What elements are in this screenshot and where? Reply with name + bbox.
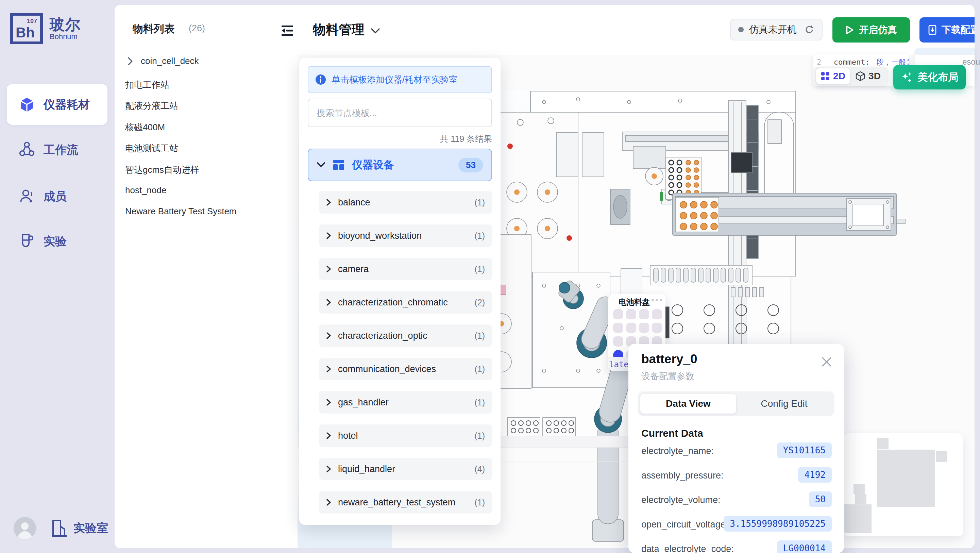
chevron-down-icon <box>317 162 325 168</box>
sidebar-item-workflow[interactable]: 工作流 <box>7 137 107 163</box>
download-file-icon <box>928 25 937 35</box>
list-item[interactable]: Neware Battery Test System <box>125 206 237 217</box>
page-header: 物料管理 仿真未开机 开启仿真 <box>298 5 975 55</box>
start-simulation-button[interactable]: 开启仿真 <box>832 18 910 43</box>
list-item[interactable]: 智达gcms自动进样 <box>125 164 199 176</box>
beautify-layout-button[interactable]: 美化布局 <box>893 65 966 89</box>
category-row[interactable]: camera (1) <box>319 258 492 280</box>
list-item[interactable]: 电池测试工站 <box>125 142 178 155</box>
toggle-3d[interactable]: 3D <box>851 69 885 84</box>
toggle-2d-label: 2D <box>833 71 845 81</box>
chevron-right-icon <box>326 232 331 239</box>
resources-text-fragment: esou <box>963 57 980 67</box>
more-options-icon[interactable] <box>652 299 662 301</box>
cube-3d-icon <box>856 71 865 81</box>
field-label: data_electrolyte_code: <box>641 544 734 553</box>
bohrium-logo-icon: 107 Bh <box>10 13 43 44</box>
tray-slot[interactable] <box>639 309 649 319</box>
popup-tabs: Data View Config Edit <box>638 392 834 416</box>
category-row[interactable]: bioyond_workstation (1) <box>319 225 492 247</box>
category-row[interactable]: characterization_chromatic (2) <box>319 291 492 314</box>
field-label: electrolyte_volume: <box>641 495 721 505</box>
tray-slot[interactable] <box>613 309 623 319</box>
start-simulation-label: 开启仿真 <box>859 24 897 37</box>
sidebar-item-members[interactable]: 成员 <box>7 184 107 209</box>
tray-slot[interactable] <box>613 336 623 347</box>
tray-slot[interactable] <box>613 323 623 333</box>
list-item[interactable]: 配液分液工站 <box>125 100 178 112</box>
download-config-button[interactable]: 下载配置 <box>920 18 975 43</box>
tab-config-edit[interactable]: Config Edit <box>736 394 832 414</box>
search-input[interactable] <box>309 99 492 126</box>
tray-slot[interactable] <box>626 309 636 319</box>
chevron-right-icon <box>326 299 331 306</box>
info-icon <box>315 74 326 85</box>
collapse-panel-icon[interactable] <box>280 24 294 37</box>
status-text: 仿真未开机 <box>749 23 797 36</box>
node-template-panel: 单击模板添加仪器/耗材至实验室 共 119 条结果 仪器设备 53 bal <box>299 58 501 525</box>
sidebar-item-label: 实验 <box>43 234 67 249</box>
brand-name-en: Bohrium <box>49 33 81 41</box>
materials-count: (26) <box>189 23 205 33</box>
chevron-down-icon[interactable] <box>371 28 380 34</box>
toggle-3d-label: 3D <box>869 71 881 81</box>
refresh-icon[interactable] <box>804 24 815 35</box>
list-item[interactable]: 核磁400M <box>125 121 165 133</box>
field-value: LG000014 <box>777 540 832 553</box>
close-icon[interactable] <box>821 356 832 368</box>
info-banner: 单击模板添加仪器/耗材至实验室 <box>308 66 492 93</box>
chevron-right-icon <box>326 365 331 373</box>
chevron-right-icon <box>326 199 331 206</box>
category-row[interactable]: characterization_optic (1) <box>319 324 492 347</box>
minimap[interactable] <box>844 433 963 536</box>
sidebar-item-instruments[interactable]: 仪器耗材 <box>7 84 107 125</box>
popup-subtitle: 设备配置参数 <box>641 370 694 382</box>
list-item[interactable]: 扣电工作站 <box>125 79 169 91</box>
group-label: 仪器设备 <box>352 158 451 172</box>
list-item[interactable]: coin_cell_deck <box>127 56 199 66</box>
field-value: 3.1559998989105225 <box>724 516 832 532</box>
category-row[interactable]: hotel (1) <box>319 424 492 447</box>
toggle-2d[interactable]: 2D <box>816 69 850 84</box>
app-root: 107 Bh 玻尔 Bohrium 仪器耗材 <box>0 0 980 553</box>
comment-key: _comment: <box>829 58 870 66</box>
cube-icon <box>19 97 35 113</box>
members-icon <box>19 188 35 204</box>
field-value: YS101165 <box>777 443 832 458</box>
tray-footer-text: late <box>609 360 629 369</box>
category-row[interactable]: liquid_handler (4) <box>319 458 492 480</box>
avatar[interactable] <box>14 517 36 539</box>
lab-switcher[interactable]: 实验室 <box>51 519 108 537</box>
sidebar-item-experiments[interactable]: 实验 <box>7 229 107 254</box>
svg-text:Bh: Bh <box>16 24 35 40</box>
download-config-label: 下载配置 <box>942 24 975 37</box>
status-dot <box>738 27 744 32</box>
popup-title: battery_0 <box>641 352 697 366</box>
layout-icon <box>333 159 344 171</box>
chevron-right-icon <box>326 465 331 473</box>
category-row[interactable]: communication_devices (1) <box>319 358 492 380</box>
sidebar-item-label: 仪器耗材 <box>43 97 90 113</box>
tab-data-view[interactable]: Data View <box>640 394 736 414</box>
tray-slot[interactable] <box>652 309 662 319</box>
category-row[interactable]: gas_handler (1) <box>319 391 492 414</box>
view-mode-toggle: 2D 3D <box>815 67 888 86</box>
field-label: assembly_pressure: <box>641 470 724 481</box>
category-row[interactable]: neware_battery_test_system (1) <box>319 491 492 513</box>
list-item[interactable]: host_node <box>125 185 166 196</box>
workflow-icon <box>19 142 35 157</box>
field-value: 50 <box>809 491 832 507</box>
tray-slot[interactable] <box>626 323 636 333</box>
tray-slot[interactable] <box>639 323 649 333</box>
tray-slot[interactable] <box>652 323 662 333</box>
info-banner-text: 单击模板添加仪器/耗材至实验室 <box>331 74 458 86</box>
chevron-right-icon[interactable] <box>127 57 133 65</box>
sidebar-item-label: 成员 <box>43 189 67 204</box>
category-group-instruments[interactable]: 仪器设备 53 <box>308 149 492 181</box>
brand-name-zh: 玻尔 <box>49 16 81 33</box>
search-box <box>308 99 492 127</box>
field-label: open_circuit_voltage: <box>641 520 728 530</box>
category-row[interactable]: balance (1) <box>319 191 492 214</box>
grid-2d-icon <box>821 72 830 81</box>
beautify-layout-label: 美化布局 <box>918 70 959 84</box>
